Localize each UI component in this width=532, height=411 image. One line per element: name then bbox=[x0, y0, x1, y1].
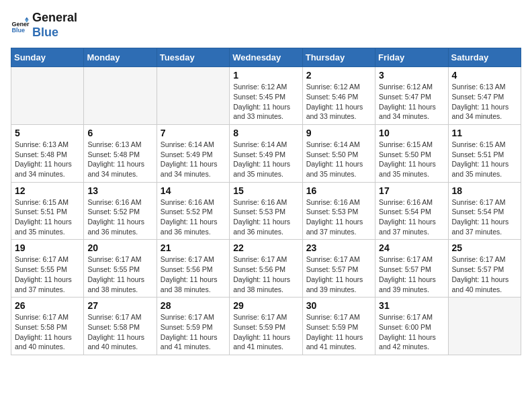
day-number: 3 bbox=[379, 70, 444, 81]
day-info: Sunrise: 6:17 AM Sunset: 5:56 PM Dayligh… bbox=[233, 255, 298, 294]
day-number: 26 bbox=[15, 300, 80, 311]
day-number: 12 bbox=[15, 185, 80, 196]
day-info: Sunrise: 6:13 AM Sunset: 5:48 PM Dayligh… bbox=[87, 140, 152, 179]
day-info: Sunrise: 6:16 AM Sunset: 5:52 PM Dayligh… bbox=[161, 197, 226, 237]
calendar-cell bbox=[11, 67, 84, 125]
calendar-cell: 18Sunrise: 6:17 AM Sunset: 5:54 PM Dayli… bbox=[448, 182, 521, 240]
week-row-3: 19Sunrise: 6:17 AM Sunset: 5:55 PM Dayli… bbox=[11, 240, 521, 298]
calendar-header-row: SundayMondayTuesdayWednesdayThursdayFrid… bbox=[11, 48, 521, 67]
day-info: Sunrise: 6:15 AM Sunset: 5:50 PM Dayligh… bbox=[379, 140, 444, 179]
calendar-cell: 13Sunrise: 6:16 AM Sunset: 5:52 PM Dayli… bbox=[84, 182, 157, 240]
day-number: 28 bbox=[161, 300, 226, 311]
day-info: Sunrise: 6:17 AM Sunset: 5:54 PM Dayligh… bbox=[452, 197, 517, 237]
day-info: Sunrise: 6:13 AM Sunset: 5:48 PM Dayligh… bbox=[15, 140, 80, 179]
column-header-friday: Friday bbox=[375, 48, 448, 67]
day-info: Sunrise: 6:16 AM Sunset: 5:53 PM Dayligh… bbox=[233, 197, 298, 237]
day-info: Sunrise: 6:17 AM Sunset: 5:57 PM Dayligh… bbox=[452, 255, 517, 294]
day-number: 20 bbox=[87, 242, 152, 253]
day-info: Sunrise: 6:17 AM Sunset: 5:56 PM Dayligh… bbox=[161, 255, 226, 294]
day-number: 13 bbox=[87, 185, 152, 196]
page-header: General Blue General Blue bbox=[11, 11, 521, 40]
column-header-thursday: Thursday bbox=[302, 48, 375, 67]
week-row-4: 26Sunrise: 6:17 AM Sunset: 5:58 PM Dayli… bbox=[11, 298, 521, 355]
calendar-cell: 1Sunrise: 6:12 AM Sunset: 5:45 PM Daylig… bbox=[230, 67, 302, 125]
day-info: Sunrise: 6:17 AM Sunset: 5:58 PM Dayligh… bbox=[87, 312, 152, 352]
day-number: 2 bbox=[306, 70, 371, 81]
day-number: 19 bbox=[15, 242, 80, 253]
day-number: 29 bbox=[233, 300, 298, 311]
day-info: Sunrise: 6:15 AM Sunset: 5:51 PM Dayligh… bbox=[15, 197, 80, 237]
column-header-sunday: Sunday bbox=[11, 48, 84, 67]
day-number: 1 bbox=[233, 70, 298, 81]
calendar-cell: 9Sunrise: 6:14 AM Sunset: 5:50 PM Daylig… bbox=[302, 124, 375, 182]
svg-marker-2 bbox=[25, 17, 29, 19]
day-number: 10 bbox=[379, 128, 444, 138]
day-number: 22 bbox=[233, 242, 298, 253]
calendar-cell: 21Sunrise: 6:17 AM Sunset: 5:56 PM Dayli… bbox=[157, 240, 229, 298]
day-info: Sunrise: 6:17 AM Sunset: 5:55 PM Dayligh… bbox=[15, 255, 80, 294]
day-number: 9 bbox=[306, 128, 371, 138]
calendar-cell: 4Sunrise: 6:13 AM Sunset: 5:47 PM Daylig… bbox=[448, 67, 521, 125]
calendar-cell: 12Sunrise: 6:15 AM Sunset: 5:51 PM Dayli… bbox=[11, 182, 84, 240]
calendar-cell: 22Sunrise: 6:17 AM Sunset: 5:56 PM Dayli… bbox=[230, 240, 302, 298]
day-number: 30 bbox=[306, 300, 371, 311]
logo-icon: General Blue bbox=[11, 16, 30, 35]
day-info: Sunrise: 6:16 AM Sunset: 5:54 PM Dayligh… bbox=[379, 197, 444, 237]
calendar-cell: 14Sunrise: 6:16 AM Sunset: 5:52 PM Dayli… bbox=[157, 182, 229, 240]
day-number: 15 bbox=[233, 185, 298, 196]
calendar-cell: 6Sunrise: 6:13 AM Sunset: 5:48 PM Daylig… bbox=[84, 124, 157, 182]
calendar-cell: 8Sunrise: 6:14 AM Sunset: 5:49 PM Daylig… bbox=[230, 124, 302, 182]
calendar-cell: 20Sunrise: 6:17 AM Sunset: 5:55 PM Dayli… bbox=[84, 240, 157, 298]
calendar-cell: 10Sunrise: 6:15 AM Sunset: 5:50 PM Dayli… bbox=[375, 124, 448, 182]
day-info: Sunrise: 6:14 AM Sunset: 5:49 PM Dayligh… bbox=[233, 140, 298, 179]
calendar-cell: 26Sunrise: 6:17 AM Sunset: 5:58 PM Dayli… bbox=[11, 298, 84, 355]
day-number: 23 bbox=[306, 242, 371, 253]
calendar-cell: 15Sunrise: 6:16 AM Sunset: 5:53 PM Dayli… bbox=[230, 182, 302, 240]
svg-text:Blue: Blue bbox=[11, 26, 25, 33]
day-number: 5 bbox=[15, 128, 80, 138]
calendar-cell: 27Sunrise: 6:17 AM Sunset: 5:58 PM Dayli… bbox=[84, 298, 157, 355]
calendar-cell bbox=[84, 67, 157, 125]
calendar-cell bbox=[157, 67, 229, 125]
day-info: Sunrise: 6:15 AM Sunset: 5:51 PM Dayligh… bbox=[452, 140, 517, 179]
day-info: Sunrise: 6:17 AM Sunset: 5:59 PM Dayligh… bbox=[161, 312, 226, 352]
column-header-tuesday: Tuesday bbox=[157, 48, 229, 67]
day-number: 25 bbox=[452, 242, 517, 253]
day-number: 16 bbox=[306, 185, 371, 196]
day-info: Sunrise: 6:13 AM Sunset: 5:47 PM Dayligh… bbox=[452, 82, 517, 122]
calendar-cell: 19Sunrise: 6:17 AM Sunset: 5:55 PM Dayli… bbox=[11, 240, 84, 298]
day-number: 6 bbox=[87, 128, 152, 138]
calendar-cell: 7Sunrise: 6:14 AM Sunset: 5:49 PM Daylig… bbox=[157, 124, 229, 182]
calendar-cell: 29Sunrise: 6:17 AM Sunset: 5:59 PM Dayli… bbox=[230, 298, 302, 355]
calendar-cell: 5Sunrise: 6:13 AM Sunset: 5:48 PM Daylig… bbox=[11, 124, 84, 182]
calendar-cell bbox=[448, 298, 521, 355]
calendar-cell: 17Sunrise: 6:16 AM Sunset: 5:54 PM Dayli… bbox=[375, 182, 448, 240]
day-info: Sunrise: 6:17 AM Sunset: 5:55 PM Dayligh… bbox=[87, 255, 152, 294]
day-number: 7 bbox=[161, 128, 226, 138]
calendar-cell: 30Sunrise: 6:17 AM Sunset: 5:59 PM Dayli… bbox=[302, 298, 375, 355]
calendar-cell: 31Sunrise: 6:17 AM Sunset: 6:00 PM Dayli… bbox=[375, 298, 448, 355]
day-info: Sunrise: 6:12 AM Sunset: 5:45 PM Dayligh… bbox=[233, 82, 298, 122]
column-header-monday: Monday bbox=[84, 48, 157, 67]
day-info: Sunrise: 6:12 AM Sunset: 5:46 PM Dayligh… bbox=[306, 82, 371, 122]
day-number: 14 bbox=[161, 185, 226, 196]
day-info: Sunrise: 6:17 AM Sunset: 5:59 PM Dayligh… bbox=[233, 312, 298, 352]
column-header-saturday: Saturday bbox=[448, 48, 521, 67]
day-info: Sunrise: 6:14 AM Sunset: 5:50 PM Dayligh… bbox=[306, 140, 371, 179]
week-row-2: 12Sunrise: 6:15 AM Sunset: 5:51 PM Dayli… bbox=[11, 182, 521, 240]
logo: General Blue General Blue bbox=[11, 11, 77, 40]
logo-text: General Blue bbox=[32, 11, 77, 40]
week-row-0: 1Sunrise: 6:12 AM Sunset: 5:45 PM Daylig… bbox=[11, 67, 521, 125]
calendar-cell: 23Sunrise: 6:17 AM Sunset: 5:57 PM Dayli… bbox=[302, 240, 375, 298]
day-info: Sunrise: 6:17 AM Sunset: 6:00 PM Dayligh… bbox=[379, 312, 444, 352]
calendar-cell: 24Sunrise: 6:17 AM Sunset: 5:57 PM Dayli… bbox=[375, 240, 448, 298]
day-info: Sunrise: 6:17 AM Sunset: 5:57 PM Dayligh… bbox=[379, 255, 444, 294]
day-info: Sunrise: 6:16 AM Sunset: 5:53 PM Dayligh… bbox=[306, 197, 371, 237]
day-number: 27 bbox=[87, 300, 152, 311]
calendar-cell: 3Sunrise: 6:12 AM Sunset: 5:47 PM Daylig… bbox=[375, 67, 448, 125]
calendar-table: SundayMondayTuesdayWednesdayThursdayFrid… bbox=[11, 48, 521, 355]
week-row-1: 5Sunrise: 6:13 AM Sunset: 5:48 PM Daylig… bbox=[11, 124, 521, 182]
day-info: Sunrise: 6:14 AM Sunset: 5:49 PM Dayligh… bbox=[161, 140, 226, 179]
day-info: Sunrise: 6:17 AM Sunset: 5:57 PM Dayligh… bbox=[306, 255, 371, 294]
day-info: Sunrise: 6:17 AM Sunset: 5:58 PM Dayligh… bbox=[15, 312, 80, 352]
